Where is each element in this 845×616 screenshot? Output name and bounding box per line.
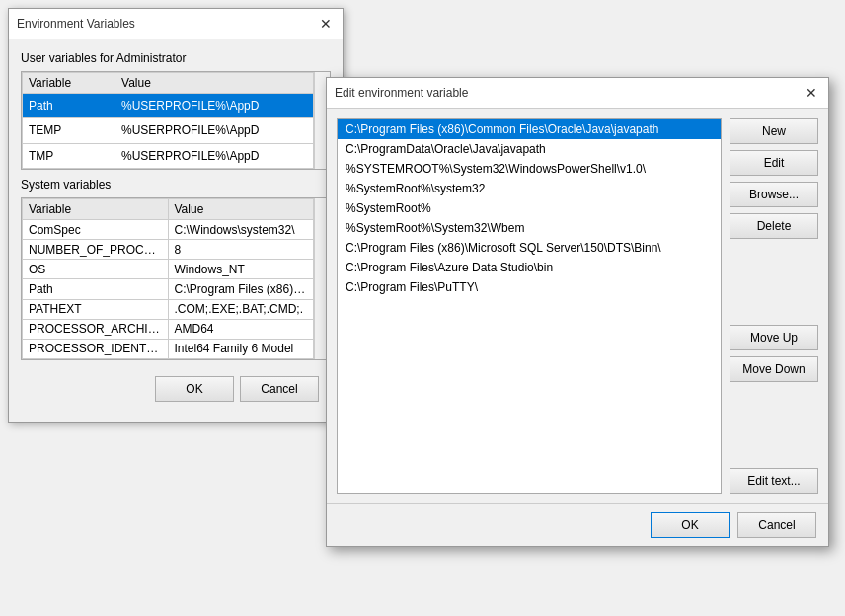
sys-var-value: .COM;.EXE;.BAT;.CMD;. — [168, 299, 314, 319]
new-button[interactable]: New — [730, 118, 818, 144]
path-list-item[interactable]: C:\Program Files (x86)\Common Files\Orac… — [338, 119, 721, 139]
edit-dialog-content: C:\Program Files (x86)\Common Files\Orac… — [327, 109, 828, 503]
sys-col-value: Value — [168, 199, 314, 220]
user-table-row[interactable]: TEMP%USERPROFILE%\AppD — [23, 118, 314, 143]
user-var-value: %USERPROFILE%\AppD — [115, 118, 314, 143]
path-list-item[interactable]: %SystemRoot%\system32 — [338, 179, 721, 198]
user-var-name: TEMP — [23, 118, 115, 143]
sys-var-name: OS — [23, 260, 169, 279]
move-down-button[interactable]: Move Down — [730, 356, 818, 382]
user-table-row[interactable]: Path%USERPROFILE%\AppD — [23, 94, 314, 118]
sys-col-variable: Variable — [23, 199, 169, 220]
env-ok-button[interactable]: OK — [155, 376, 234, 402]
edit-dialog-title: Edit environment variable — [335, 86, 468, 100]
user-var-name: Path — [23, 94, 115, 118]
path-list-item[interactable]: C:\Program Files (x86)\Microsoft SQL Ser… — [338, 238, 721, 258]
path-list-item[interactable]: C:\Program Files\Azure Data Studio\bin — [338, 258, 721, 277]
path-list-item[interactable]: %SYSTEMROOT%\System32\WindowsPowerShell\… — [338, 159, 721, 179]
user-variables-table: Variable Value Path%USERPROFILE%\AppDTEM… — [22, 72, 314, 169]
edit-text-button[interactable]: Edit text... — [730, 468, 818, 494]
user-var-name: TMP — [23, 143, 115, 168]
edit-cancel-button[interactable]: Cancel — [737, 512, 816, 538]
system-table-row[interactable]: PROCESSOR_IDENTIFIERIntel64 Family 6 Mod… — [23, 339, 314, 358]
user-variables-table-wrapper: Variable Value Path%USERPROFILE%\AppDTEM… — [21, 71, 331, 170]
edit-env-dialog: Edit environment variable ✕ C:\Program F… — [326, 77, 829, 547]
edit-ok-button[interactable]: OK — [651, 512, 730, 538]
sys-var-name: PATHEXT — [23, 299, 169, 319]
system-table-row[interactable]: ComSpecC:\Windows\system32\ — [23, 220, 314, 240]
sys-var-value: AMD64 — [168, 319, 314, 339]
sys-var-value: 8 — [168, 240, 314, 260]
edit-dialog-footer: OK Cancel — [327, 503, 828, 546]
sys-var-value: C:\Windows\system32\ — [168, 220, 314, 240]
edit-button[interactable]: Edit — [730, 150, 818, 176]
system-table-row[interactable]: PATHEXT.COM;.EXE;.BAT;.CMD;. — [23, 299, 314, 319]
sys-var-value: Intel64 Family 6 Model — [168, 339, 314, 358]
edit-action-buttons: New Edit Browse... Delete Move Up Move D… — [730, 118, 818, 494]
sys-var-name: PROCESSOR_ARCHITECTURE — [23, 319, 169, 339]
user-variables-label: User variables for Administrator — [21, 51, 331, 65]
sys-var-name: Path — [23, 279, 169, 299]
path-list-item[interactable]: C:\ProgramData\Oracle\Java\javapath — [338, 139, 721, 159]
move-up-button[interactable]: Move Up — [730, 325, 818, 350]
path-list-item[interactable]: %SystemRoot%\System32\Wbem — [338, 218, 721, 238]
sys-var-name: NUMBER_OF_PROCESSORS — [23, 240, 169, 260]
system-variables-label: System variables — [21, 178, 331, 192]
system-table-row[interactable]: PathC:\Program Files (x86)\W — [23, 279, 314, 299]
system-variables-table-wrapper: Variable Value ComSpecC:\Windows\system3… — [21, 197, 331, 360]
system-table-row[interactable]: NUMBER_OF_PROCESSORS8 — [23, 240, 314, 260]
user-table-row[interactable]: TMP%USERPROFILE%\AppD — [23, 143, 314, 168]
user-var-value: %USERPROFILE%\AppD — [115, 143, 314, 168]
sys-var-name: PROCESSOR_IDENTIFIER — [23, 339, 169, 358]
env-cancel-button[interactable]: Cancel — [240, 376, 319, 402]
env-dialog-content: User variables for Administrator Variabl… — [9, 39, 343, 422]
edit-dialog-titlebar: Edit environment variable ✕ — [327, 78, 828, 109]
path-list-item[interactable]: C:\Program Files\PuTTY\ — [338, 277, 721, 297]
system-table-row[interactable]: PROCESSOR_ARCHITECTUREAMD64 — [23, 319, 314, 339]
env-dialog-title: Environment Variables — [17, 17, 135, 31]
edit-dialog-close-button[interactable]: ✕ — [803, 84, 820, 102]
user-var-value: %USERPROFILE%\AppD — [115, 94, 314, 118]
sys-var-name: ComSpec — [23, 220, 169, 240]
path-list-item[interactable]: %SystemRoot% — [338, 198, 721, 218]
user-col-variable: Variable — [23, 73, 115, 94]
env-dialog-titlebar: Environment Variables ✕ — [9, 9, 343, 39]
system-table-row[interactable]: OSWindows_NT — [23, 260, 314, 279]
user-col-value: Value — [115, 73, 314, 94]
env-variables-dialog: Environment Variables ✕ User variables f… — [8, 8, 344, 423]
sys-var-value: C:\Program Files (x86)\W — [168, 279, 314, 299]
system-variables-table: Variable Value ComSpecC:\Windows\system3… — [22, 198, 314, 359]
path-list[interactable]: C:\Program Files (x86)\Common Files\Orac… — [337, 118, 722, 494]
env-dialog-close-button[interactable]: ✕ — [317, 15, 335, 33]
browse-button[interactable]: Browse... — [730, 182, 818, 207]
env-dialog-buttons: OK Cancel — [21, 368, 331, 410]
delete-button[interactable]: Delete — [730, 213, 818, 239]
sys-var-value: Windows_NT — [168, 260, 314, 279]
